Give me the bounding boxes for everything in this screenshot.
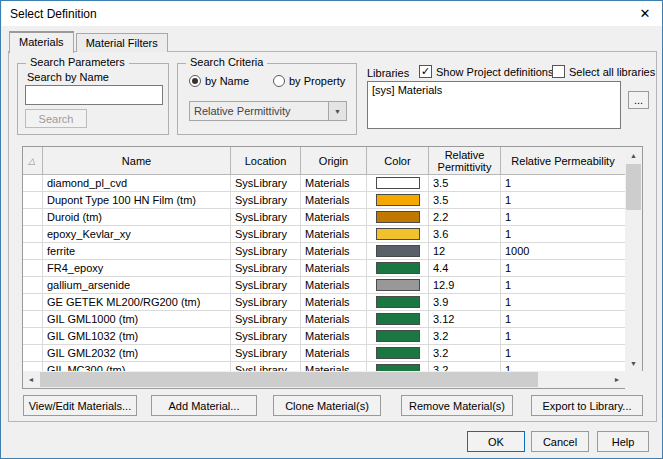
row-selector-cell: [23, 362, 43, 371]
cell-permeability: 1: [501, 345, 625, 362]
radio-by-name[interactable]: by Name: [189, 75, 249, 87]
table-row[interactable]: gallium_arsenide SysLibrary Materials 12…: [23, 277, 625, 294]
cell-location: SysLibrary: [231, 328, 301, 345]
table-row[interactable]: FR4_epoxy SysLibrary Materials 4.4 1: [23, 260, 625, 277]
export-to-library-button[interactable]: Export to Library...: [531, 395, 643, 416]
column-header-origin[interactable]: Origin: [301, 147, 367, 175]
cell-origin: Materials: [301, 345, 367, 362]
scrollbar-corner: [625, 371, 643, 389]
cell-permittivity: 3.5: [429, 192, 501, 209]
tab-material-filters[interactable]: Material Filters: [76, 33, 168, 52]
cell-color: [367, 277, 429, 294]
cell-name: diamond_pl_cvd: [43, 175, 231, 192]
select-all-libraries-label: Select all libraries: [569, 66, 655, 78]
cell-location: SysLibrary: [231, 362, 301, 371]
help-button[interactable]: Help: [597, 431, 649, 452]
row-selector-cell: [23, 294, 43, 311]
cell-location: SysLibrary: [231, 345, 301, 362]
cell-origin: Materials: [301, 311, 367, 328]
table-row[interactable]: GIL MC300 (tm) SysLibrary Materials 3.2 …: [23, 362, 625, 371]
row-selector-cell: [23, 311, 43, 328]
table-row[interactable]: GIL GML1032 (tm) SysLibrary Materials 3.…: [23, 328, 625, 345]
row-selector-cell: [23, 209, 43, 226]
empty-checkbox-icon: [552, 65, 565, 78]
libraries-listbox[interactable]: [sys] Materials: [367, 81, 621, 129]
scroll-up-icon[interactable]: ▲: [625, 147, 642, 163]
materials-table-header: △ Name Location Origin Color Relative Pe…: [23, 147, 625, 175]
cell-permittivity: 3.9: [429, 294, 501, 311]
column-header-name[interactable]: Name: [43, 147, 231, 175]
show-project-definitions-checkbox[interactable]: ✓ Show Project definitions: [419, 65, 553, 78]
add-material-button[interactable]: Add Material...: [151, 395, 257, 416]
view-edit-materials-button[interactable]: View/Edit Materials...: [23, 395, 137, 416]
vertical-scrollbar[interactable]: ▲ ▼: [625, 147, 642, 371]
browse-libraries-button[interactable]: ...: [628, 91, 649, 109]
chevron-down-icon[interactable]: ▼: [328, 102, 346, 120]
table-row[interactable]: Dupont Type 100 HN Film (tm) SysLibrary …: [23, 192, 625, 209]
table-row[interactable]: GIL GML1000 (tm) SysLibrary Materials 3.…: [23, 311, 625, 328]
radio-by-name-label: by Name: [205, 75, 249, 87]
tab-strip: Materials Material Filters: [9, 31, 170, 52]
cell-name: FR4_epoxy: [43, 260, 231, 277]
cancel-button[interactable]: Cancel: [531, 431, 589, 452]
search-button[interactable]: Search: [25, 109, 87, 128]
cell-name: GIL MC300 (tm): [43, 362, 231, 371]
cell-name: GIL GML1032 (tm): [43, 328, 231, 345]
cell-permittivity: 4.4: [429, 260, 501, 277]
table-row[interactable]: Duroid (tm) SysLibrary Materials 2.2 1: [23, 209, 625, 226]
cell-location: SysLibrary: [231, 311, 301, 328]
table-row[interactable]: GIL GML2032 (tm) SysLibrary Materials 3.…: [23, 345, 625, 362]
select-all-libraries-checkbox[interactable]: Select all libraries: [552, 65, 655, 78]
color-swatch: [376, 296, 420, 308]
scroll-left-icon[interactable]: ◄: [23, 371, 39, 388]
cell-permeability: 1: [501, 175, 625, 192]
cell-color: [367, 226, 429, 243]
cell-permittivity: 2.2: [429, 209, 501, 226]
color-swatch: [376, 364, 420, 371]
cell-color: [367, 192, 429, 209]
ok-button[interactable]: OK: [467, 431, 525, 452]
vertical-scrollbar-thumb[interactable]: [626, 164, 641, 210]
color-swatch: [376, 347, 420, 359]
library-list-item[interactable]: [sys] Materials: [368, 82, 620, 98]
column-header-color[interactable]: Color: [367, 147, 429, 175]
cell-permeability: 1: [501, 209, 625, 226]
close-icon[interactable]: ✕: [628, 1, 662, 26]
cell-color: [367, 209, 429, 226]
search-by-name-input[interactable]: [25, 85, 163, 105]
remove-material-button[interactable]: Remove Material(s): [401, 395, 513, 416]
clone-material-button[interactable]: Clone Material(s): [273, 395, 381, 416]
column-header-location[interactable]: Location: [231, 147, 301, 175]
row-selector-cell: [23, 260, 43, 277]
radio-by-name-circle: [189, 75, 201, 87]
scroll-down-icon[interactable]: ▼: [625, 355, 642, 371]
cell-permittivity: 3.6: [429, 226, 501, 243]
property-dropdown[interactable]: Relative Permittivity ▼: [189, 101, 347, 121]
table-row[interactable]: diamond_pl_cvd SysLibrary Materials 3.5 …: [23, 175, 625, 192]
cell-name: gallium_arsenide: [43, 277, 231, 294]
libraries-label: Libraries: [367, 67, 409, 79]
column-header-permeability[interactable]: Relative Permeability: [501, 147, 625, 175]
scroll-right-icon[interactable]: ►: [609, 371, 625, 388]
radio-by-property[interactable]: by Property: [273, 75, 345, 87]
cell-name: ferrite: [43, 243, 231, 260]
column-header-permittivity[interactable]: Relative Permittivity: [429, 147, 501, 175]
cell-permeability: 1: [501, 311, 625, 328]
sort-column-header[interactable]: △: [23, 147, 43, 175]
cell-color: [367, 311, 429, 328]
horizontal-scrollbar-thumb[interactable]: [40, 372, 538, 387]
table-row[interactable]: GE GETEK ML200/RG200 (tm) SysLibrary Mat…: [23, 294, 625, 311]
cell-permeability: 1: [501, 362, 625, 371]
tab-materials[interactable]: Materials: [9, 31, 74, 53]
cell-location: SysLibrary: [231, 226, 301, 243]
color-swatch: [376, 279, 420, 291]
horizontal-scrollbar[interactable]: ◄ ►: [23, 371, 625, 388]
color-swatch: [376, 262, 420, 274]
cell-location: SysLibrary: [231, 192, 301, 209]
cell-origin: Materials: [301, 243, 367, 260]
table-row[interactable]: ferrite SysLibrary Materials 12 1000: [23, 243, 625, 260]
cell-name: GIL GML2032 (tm): [43, 345, 231, 362]
show-project-definitions-label: Show Project definitions: [436, 66, 553, 78]
table-row[interactable]: epoxy_Kevlar_xy SysLibrary Materials 3.6…: [23, 226, 625, 243]
cell-permittivity: 3.2: [429, 328, 501, 345]
